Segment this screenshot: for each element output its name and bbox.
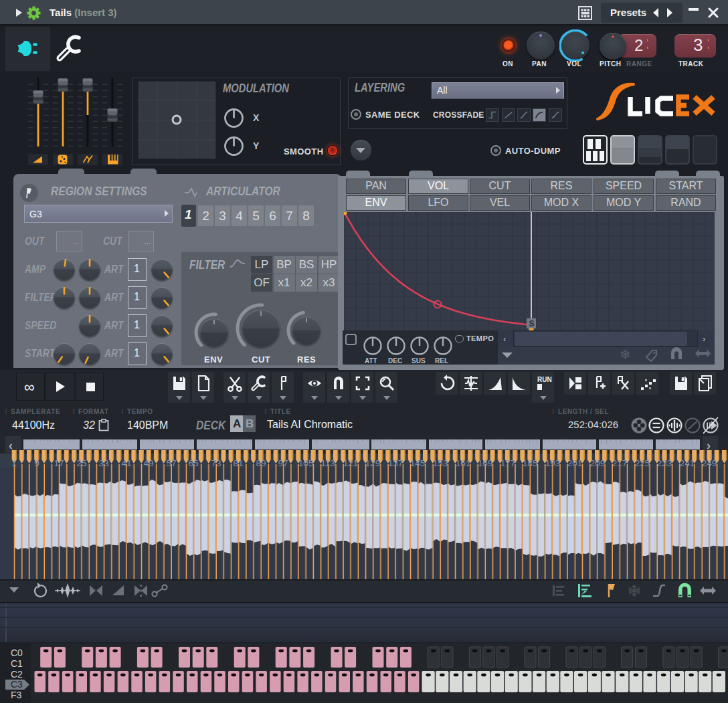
svg-text:161: 161 [456, 458, 471, 468]
svg-text:121: 121 [343, 458, 359, 468]
svg-text:9: 9 [34, 458, 39, 468]
svg-text:249: 249 [702, 458, 717, 468]
svg-text:201: 201 [567, 458, 583, 468]
svg-text:57: 57 [166, 458, 176, 468]
svg-text:C3: C3 [11, 679, 23, 690]
svg-text:105: 105 [298, 458, 314, 468]
svg-text:49: 49 [143, 458, 153, 468]
svg-text:65: 65 [188, 458, 198, 468]
svg-text:145: 145 [410, 458, 426, 468]
svg-text:C0: C0 [11, 647, 23, 658]
svg-text:1: 1 [11, 458, 17, 468]
svg-text:81: 81 [233, 458, 243, 468]
svg-text:177: 177 [500, 458, 516, 468]
svg-text:217: 217 [612, 458, 628, 468]
svg-text:25: 25 [76, 458, 86, 468]
svg-text:193: 193 [545, 458, 561, 468]
svg-text:17: 17 [54, 458, 64, 468]
svg-text:209: 209 [590, 458, 606, 468]
svg-text:169: 169 [478, 458, 493, 468]
svg-text:153: 153 [433, 458, 448, 468]
svg-text:RUN: RUN [537, 376, 552, 383]
svg-text:137: 137 [388, 458, 403, 468]
svg-text:97: 97 [278, 458, 288, 468]
svg-text:233: 233 [657, 458, 672, 468]
svg-text:113: 113 [321, 458, 335, 468]
svg-text:S: S [529, 319, 535, 328]
svg-text:185: 185 [523, 458, 538, 468]
svg-text:41: 41 [121, 458, 131, 468]
svg-text:225: 225 [635, 458, 650, 468]
svg-text:89: 89 [256, 458, 266, 468]
svg-text:129: 129 [365, 458, 381, 468]
svg-text:C2: C2 [11, 669, 23, 680]
svg-text:73: 73 [211, 458, 221, 468]
svg-text:241: 241 [680, 458, 695, 468]
svg-text:C1: C1 [11, 658, 23, 669]
svg-text:F3: F3 [11, 690, 22, 700]
svg-text:33: 33 [98, 458, 108, 468]
